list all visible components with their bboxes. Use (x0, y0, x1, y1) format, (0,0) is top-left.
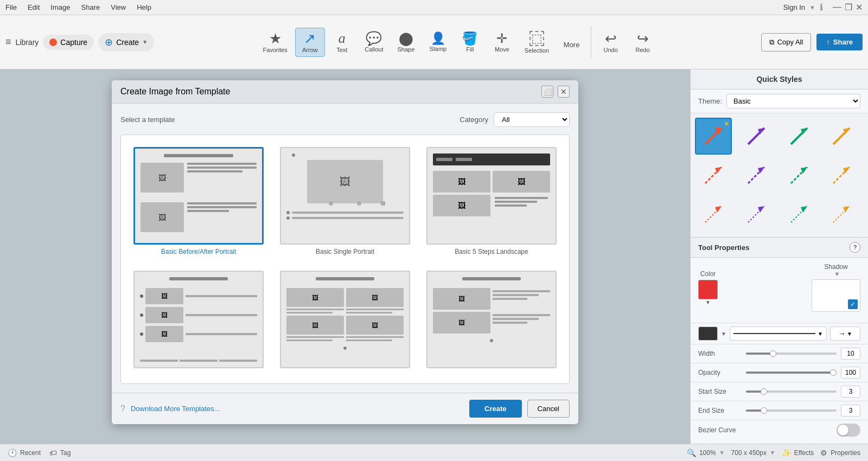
canvas-area[interactable]: Create Image from Template ⬜ ✕ Select a … (0, 69, 690, 444)
template-5[interactable]: 🖼 🖼 (276, 267, 414, 375)
help-icon: ? (853, 244, 857, 251)
style-item-4[interactable] (823, 118, 860, 155)
properties-button[interactable]: ⚙ Properties (820, 449, 860, 457)
thumb-header-3 (433, 153, 550, 165)
template-single[interactable]: 🖼 (276, 144, 414, 259)
minimize-button[interactable]: — (833, 2, 841, 12)
style-item-2[interactable] (738, 118, 775, 155)
template-before-after[interactable]: Basic Before/After Portrait (130, 144, 267, 259)
copy-all-button[interactable]: ⧉ Copy All (761, 33, 812, 52)
line-color-arrow[interactable]: ▼ (721, 331, 726, 337)
menu-help[interactable]: Help (137, 3, 151, 11)
style-item-3[interactable] (781, 118, 818, 155)
color-swatch[interactable] (698, 280, 718, 299)
callout-icon: 💬 (366, 32, 382, 45)
template-6[interactable]: 🖼 🖼 (423, 267, 560, 375)
cancel-button-dialog[interactable]: Cancel (527, 400, 570, 418)
end-size-value: 3 (841, 405, 860, 417)
tool-callout[interactable]: 💬 Callout (359, 29, 389, 56)
share-button[interactable]: ↑ Share (816, 34, 863, 50)
sign-in-button[interactable]: Sign In (783, 3, 805, 11)
style-item-1[interactable]: ★ (695, 118, 732, 155)
zoom-control[interactable]: 🔍 100% ▼ (687, 449, 725, 457)
menu-view[interactable]: View (111, 3, 126, 11)
redo-button[interactable]: ↪ Redo (628, 28, 658, 56)
template-4[interactable]: 🖼 🖼 🖼 (130, 267, 267, 375)
style-item-11[interactable] (781, 196, 818, 233)
tool-shape[interactable]: ⬤ Shape (391, 29, 421, 56)
dialog-maximize-button[interactable]: ⬜ (541, 86, 553, 98)
dialog-title: Create Image from Template (120, 87, 230, 97)
style-item-6[interactable] (738, 157, 775, 194)
menu-share[interactable]: Share (81, 3, 100, 11)
opacity-thumb[interactable] (830, 369, 837, 376)
style-item-7[interactable] (781, 157, 818, 194)
style-item-9[interactable] (695, 196, 732, 233)
tool-selection[interactable]: ⬚ Selection (519, 28, 554, 57)
tag-label: Tag (60, 449, 71, 457)
color-label: Color (700, 270, 716, 278)
undo-button[interactable]: ↩ Undo (596, 28, 626, 56)
create-button-dialog[interactable]: Create (469, 400, 521, 418)
footer-help-icon[interactable]: ? (120, 404, 125, 414)
template-5steps[interactable]: 🖼 🖼 🖼 (423, 144, 560, 259)
capture-button[interactable]: Capture (43, 35, 94, 50)
style-item-5[interactable] (695, 157, 732, 194)
line-color-select[interactable] (698, 326, 718, 341)
style-arrow-purple-1 (743, 123, 770, 150)
style-arrow-green-1 (786, 123, 813, 150)
bezier-toggle[interactable] (837, 424, 860, 437)
start-size-thumb[interactable] (761, 388, 767, 395)
download-templates-link[interactable]: Download More Templates... (131, 405, 220, 413)
menu-file[interactable]: File (5, 3, 17, 11)
info-icon[interactable]: ℹ (820, 2, 823, 12)
create-button[interactable]: ⊕ Create ▼ (98, 33, 154, 52)
style-arrow-red-1 (700, 123, 727, 150)
style-item-8[interactable] (823, 157, 860, 194)
hamburger-icon[interactable]: ≡ (5, 36, 11, 48)
tool-move[interactable]: ✛ Move (487, 29, 517, 56)
shadow-dropdown[interactable]: ▼ (834, 271, 840, 277)
style-item-10[interactable] (738, 196, 775, 233)
style-arrow-purple-3 (743, 201, 770, 228)
thumb-title-5 (316, 277, 374, 280)
menu-image[interactable]: Image (50, 3, 70, 11)
effects-button[interactable]: ✨ Effects (782, 449, 814, 457)
tag-button[interactable]: 🏷 Tag (49, 449, 71, 457)
end-size-label: End Size (698, 407, 742, 414)
width-thumb[interactable] (770, 350, 776, 357)
end-size-thumb[interactable] (761, 407, 767, 414)
end-size-slider-row: End Size 3 (691, 401, 868, 420)
library-button[interactable]: Library (16, 38, 39, 47)
tool-arrow[interactable]: ↗ Arrow (295, 28, 325, 57)
arrow-end-select[interactable]: → ▼ (830, 326, 860, 341)
width-slider[interactable] (746, 353, 837, 355)
line-style-select[interactable]: ▼ (730, 326, 827, 341)
tool-fill[interactable]: 🪣 Fill (455, 29, 485, 56)
menu-edit[interactable]: Edit (28, 3, 40, 11)
tool-more[interactable]: More (557, 32, 586, 52)
dialog-close-button[interactable]: ✕ (558, 86, 570, 98)
close-button[interactable]: ✕ (856, 2, 863, 12)
tool-text[interactable]: a Text (327, 28, 357, 56)
category-select[interactable]: All Basic Advanced (494, 112, 570, 127)
tool-stamp[interactable]: 👤 Stamp (423, 29, 453, 55)
recent-button[interactable]: 🕐 Recent (8, 449, 41, 457)
end-size-slider[interactable] (746, 409, 837, 412)
size-control[interactable]: 700 x 450px ▼ (731, 449, 775, 457)
start-size-slider[interactable] (746, 390, 837, 393)
tool-props-help-button[interactable]: ? (850, 242, 860, 253)
text-icon: a (339, 31, 346, 46)
toolbar-separator (591, 26, 591, 59)
maximize-button[interactable]: ❐ (845, 2, 852, 12)
tool-favorites[interactable]: ★ Favorites (258, 28, 293, 56)
color-dropdown-arrow[interactable]: ▼ (705, 299, 711, 305)
fill-icon: 🪣 (462, 32, 478, 45)
shadow-checkbox[interactable]: ✓ (848, 299, 858, 309)
opacity-slider[interactable] (746, 372, 837, 374)
dialog-overlay: Create Image from Template ⬜ ✕ Select a … (0, 69, 690, 444)
redo-label: Redo (635, 47, 649, 53)
move-icon: ✛ (496, 32, 507, 45)
style-item-12[interactable] (823, 196, 860, 233)
theme-select[interactable]: Basic Modern (726, 94, 860, 108)
